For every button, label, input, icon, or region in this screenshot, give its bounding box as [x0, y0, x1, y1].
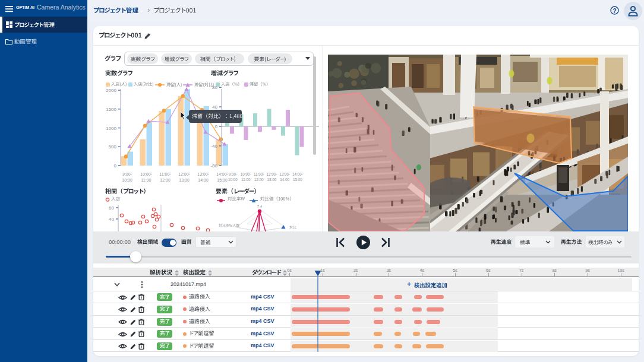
svg-text:40: 40 — [109, 217, 114, 222]
svg-text:7.4: 7.4 — [257, 205, 263, 208]
svg-text:500: 500 — [109, 144, 117, 150]
svg-text:2000: 2000 — [106, 88, 116, 93]
svg-text:-40: -40 — [210, 144, 217, 149]
svg-text:-80: -80 — [210, 163, 217, 169]
svg-text:?: ? — [613, 7, 616, 14]
svg-text:1500: 1500 — [106, 107, 116, 112]
svg-text:40: 40 — [212, 104, 217, 110]
svg-text:80: 80 — [212, 85, 217, 90]
svg-text:60: 60 — [109, 205, 114, 211]
svg-text:1000: 1000 — [106, 126, 116, 131]
svg-text:0: 0 — [114, 163, 117, 169]
